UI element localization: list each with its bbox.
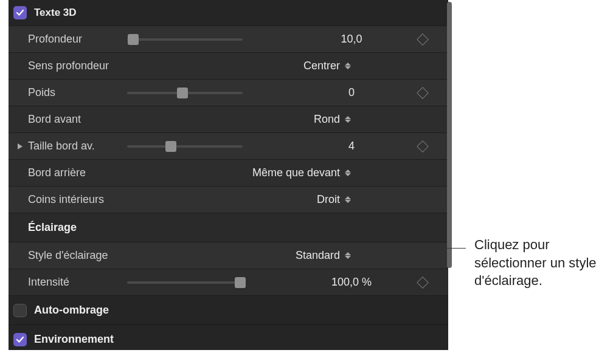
environnement-title: Environnement	[34, 333, 114, 346]
sens-profondeur-dropdown[interactable]: Centrer	[127, 60, 448, 72]
section-text3d-header: Texte 3D	[9, 0, 448, 26]
environnement-checkbox[interactable]	[13, 333, 27, 346]
chevron-updown-icon	[345, 170, 351, 176]
eclairage-title: Éclairage	[28, 221, 77, 234]
auto-ombrage-header: Auto-ombrage	[9, 295, 448, 325]
taille-bord-av-label: Taille bord av.	[27, 140, 127, 153]
inspector-panel: Texte 3D Profondeur 10,0 Sens profondeur…	[9, 0, 448, 350]
slider-thumb[interactable]	[177, 88, 188, 98]
dropdown-value: Même que devant	[252, 167, 340, 179]
scrollbar[interactable]	[447, 2, 452, 268]
slider-thumb[interactable]	[128, 34, 139, 45]
style-eclairage-dropdown[interactable]: Standard	[127, 249, 448, 262]
slider-thumb[interactable]	[235, 277, 246, 288]
poids-slider[interactable]	[127, 92, 243, 94]
profondeur-label: Profondeur	[15, 33, 127, 46]
intensite-slider[interactable]	[127, 281, 243, 284]
dropdown-value: Centrer	[303, 60, 340, 72]
bord-avant-label: Bord avant	[15, 113, 127, 126]
auto-ombrage-checkbox[interactable]	[13, 304, 27, 317]
disclosure-triangle-icon[interactable]	[15, 143, 26, 150]
callout-line	[350, 248, 466, 249]
row-bord-avant: Bord avant Rond	[9, 106, 448, 132]
bord-arriere-label: Bord arrière	[15, 167, 127, 179]
dropdown-value: Rond	[314, 113, 340, 126]
chevron-updown-icon	[345, 196, 351, 203]
environnement-header: Environnement	[9, 325, 448, 350]
coins-interieurs-label: Coins intérieurs	[15, 193, 127, 206]
intensite-label: Intensité	[15, 276, 127, 289]
chevron-updown-icon	[345, 63, 351, 69]
row-sens-profondeur: Sens profondeur Centrer	[9, 52, 448, 79]
row-bord-arriere: Bord arrière Même que devant	[9, 159, 448, 186]
row-profondeur: Profondeur 10,0	[9, 26, 448, 52]
sens-profondeur-label: Sens profondeur	[15, 60, 127, 72]
row-taille-bord-av: Taille bord av. 4	[9, 132, 448, 159]
profondeur-slider[interactable]	[127, 38, 243, 41]
text3d-title: Texte 3D	[34, 7, 77, 19]
bord-avant-dropdown[interactable]: Rond	[127, 113, 448, 126]
chevron-updown-icon	[345, 116, 351, 123]
eclairage-header: Éclairage	[9, 213, 448, 242]
bord-arriere-dropdown[interactable]: Même que devant	[127, 167, 448, 179]
poids-label: Poids	[15, 86, 127, 99]
row-style-eclairage: Style d'éclairage Standard	[9, 242, 448, 269]
coins-interieurs-dropdown[interactable]: Droit	[127, 193, 448, 206]
dropdown-value: Standard	[296, 249, 340, 262]
slider-thumb[interactable]	[165, 141, 176, 152]
chevron-updown-icon	[345, 252, 351, 259]
row-coins-interieurs: Coins intérieurs Droit	[9, 186, 448, 213]
row-poids: Poids 0	[9, 79, 448, 106]
style-eclairage-label: Style d'éclairage	[15, 249, 127, 262]
dropdown-value: Droit	[317, 193, 340, 206]
callout-text: Cliquez pour sélectionner un style d'écl…	[474, 236, 608, 290]
auto-ombrage-title: Auto-ombrage	[34, 304, 109, 317]
row-intensite: Intensité 100,0 %	[9, 269, 448, 295]
text3d-checkbox[interactable]	[13, 6, 27, 19]
taille-bord-av-slider[interactable]	[127, 145, 243, 148]
